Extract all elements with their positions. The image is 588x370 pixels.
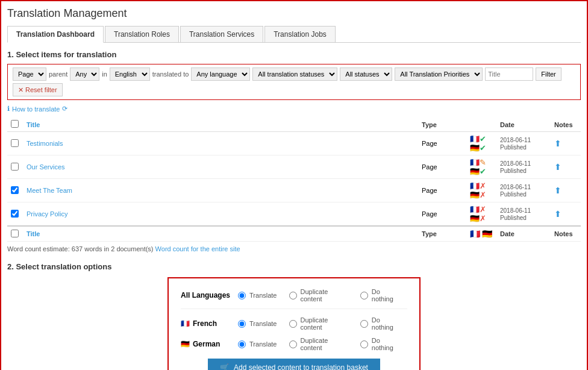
row-type: Page	[418, 202, 466, 227]
row-title-link[interactable]: Our Services	[27, 163, 65, 171]
german-translate-radio[interactable]	[238, 340, 246, 348]
table-row: Meet The TeamPage🇫🇷✗ 🇩🇪✗2018-06-11Publis…	[7, 179, 581, 202]
row-date: 2018-06-11Published	[496, 155, 551, 179]
german-nothing-option[interactable]: Do nothing	[360, 337, 401, 351]
cart-icon: 🛒	[220, 363, 229, 370]
row-checkbox[interactable]	[11, 139, 19, 147]
german-translate-label: Translate	[249, 340, 277, 348]
col-type: Type	[418, 118, 466, 132]
french-language-row: 🇫🇷 French Translate Duplicate content Do…	[181, 316, 407, 331]
german-duplicate-label: Duplicate content	[301, 337, 348, 351]
row-flags: 🇫🇷✔ 🇩🇪✔	[466, 132, 496, 155]
row-notes: ⬆	[551, 132, 581, 155]
row-flags: 🇫🇷✗ 🇩🇪✗	[466, 202, 496, 227]
footer-notes-col: Notes	[551, 226, 581, 242]
any-language-select[interactable]: Any language	[191, 67, 250, 81]
footer-type-col: Type	[418, 226, 466, 242]
footer-date-col: Date	[496, 226, 551, 242]
tab-roles[interactable]: Translation Roles	[105, 26, 179, 42]
table-row: Privacy PolicyPage🇫🇷✗ 🇩🇪✗2018-06-11Publi…	[7, 202, 581, 227]
filter-button[interactable]: Filter	[536, 67, 561, 81]
all-translate-option[interactable]: Translate	[238, 292, 277, 299]
german-duplicate-option[interactable]: Duplicate content	[289, 337, 348, 351]
german-label: German	[193, 340, 220, 348]
title-input[interactable]	[485, 67, 533, 81]
upload-icon[interactable]: ⬆	[554, 139, 561, 148]
upload-icon[interactable]: ⬆	[554, 162, 561, 172]
all-nothing-radio[interactable]	[360, 292, 368, 299]
status-select[interactable]: All statuses	[340, 67, 392, 81]
word-count-text: Word count estimate: 637 words in 2 docu…	[7, 245, 154, 252]
row-title-link[interactable]: Meet The Team	[27, 187, 72, 194]
tab-services[interactable]: Translation Services	[180, 26, 263, 42]
add-basket-button[interactable]: 🛒 Add selected content to translation ba…	[208, 359, 380, 370]
french-translate-label: Translate	[249, 320, 277, 327]
refresh-icon: ⟳	[62, 105, 67, 113]
parent-select[interactable]: Any	[70, 67, 99, 81]
info-icon: ℹ	[7, 105, 10, 113]
row-type: Page	[418, 155, 466, 179]
french-nothing-label: Do nothing	[372, 316, 401, 331]
select-all-checkbox[interactable]	[11, 120, 19, 128]
row-title-link[interactable]: Privacy Policy	[27, 210, 67, 218]
german-flag: 🇩🇪	[181, 340, 190, 348]
in-label: in	[102, 71, 107, 78]
priorities-select[interactable]: All Translation Priorities	[395, 67, 483, 81]
footer-title: Title	[27, 230, 40, 237]
reset-filter-button[interactable]: ✕ Reset filter	[13, 83, 63, 96]
french-translate-radio[interactable]	[238, 320, 246, 328]
all-duplicate-radio[interactable]	[289, 292, 297, 299]
german-translate-option[interactable]: Translate	[238, 340, 277, 348]
all-duplicate-option[interactable]: Duplicate content	[289, 288, 348, 303]
row-checkbox[interactable]	[11, 163, 19, 171]
word-count: Word count estimate: 637 words in 2 docu…	[7, 245, 581, 252]
tab-jobs[interactable]: Translation Jobs	[264, 26, 336, 42]
french-duplicate-radio[interactable]	[289, 320, 297, 328]
translation-status-select[interactable]: All translation statuses	[252, 67, 337, 81]
footer-flags-col: 🇫🇷 🇩🇪	[466, 226, 496, 242]
tabs-bar: Translation Dashboard Translation Roles …	[7, 26, 581, 43]
all-translate-label: Translate	[249, 292, 277, 299]
row-notes: ⬆	[551, 202, 581, 227]
page-title: Translation Management	[7, 7, 581, 20]
section2-title: 2. Select translation options	[7, 262, 581, 271]
row-notes: ⬆	[551, 155, 581, 179]
all-nothing-option[interactable]: Do nothing	[360, 288, 401, 303]
french-translate-option[interactable]: Translate	[238, 320, 277, 328]
german-duplicate-radio[interactable]	[289, 340, 297, 348]
translated-to-label: translated to	[152, 71, 189, 78]
row-checkbox[interactable]	[11, 210, 19, 218]
upload-icon[interactable]: ⬆	[554, 186, 561, 195]
row-date: 2018-06-11Published	[496, 202, 551, 227]
select-all-footer-checkbox[interactable]	[11, 230, 19, 237]
all-translate-radio[interactable]	[238, 292, 246, 299]
french-duplicate-label: Duplicate content	[301, 316, 348, 331]
german-nothing-radio[interactable]	[360, 340, 368, 348]
upload-icon[interactable]: ⬆	[554, 209, 561, 219]
row-checkbox[interactable]	[11, 186, 19, 194]
row-notes: ⬆	[551, 179, 581, 202]
title-col-header: Title	[27, 121, 40, 128]
german-language-row: 🇩🇪 German Translate Duplicate content Do…	[181, 337, 407, 351]
filter-bar: Page parent Any in English translated to…	[7, 64, 581, 100]
col-date: Date	[496, 118, 551, 132]
type-select[interactable]: Page	[13, 67, 46, 81]
row-type: Page	[418, 132, 466, 155]
row-type: Page	[418, 179, 466, 202]
word-count-link[interactable]: Word count for the entire site	[155, 245, 240, 252]
how-to-translate[interactable]: ℹ How to translate ⟳	[7, 105, 581, 113]
translation-options-box: All Languages Translate Duplicate conten…	[167, 277, 421, 370]
french-nothing-option[interactable]: Do nothing	[360, 316, 401, 331]
row-flags: 🇫🇷✗ 🇩🇪✗	[466, 179, 496, 202]
french-label: French	[193, 319, 217, 328]
french-nothing-radio[interactable]	[360, 320, 368, 328]
all-duplicate-label: Duplicate content	[301, 288, 348, 303]
row-title-link[interactable]: Testimonials	[27, 140, 63, 147]
french-flag: 🇫🇷	[181, 319, 190, 328]
footer-title-col: Title	[23, 226, 418, 242]
language-select[interactable]: English	[110, 67, 150, 81]
all-languages-row: All Languages Translate Duplicate conten…	[181, 288, 407, 309]
tab-dashboard[interactable]: Translation Dashboard	[7, 26, 104, 43]
french-duplicate-option[interactable]: Duplicate content	[289, 316, 348, 331]
col-title: Title	[23, 118, 418, 132]
